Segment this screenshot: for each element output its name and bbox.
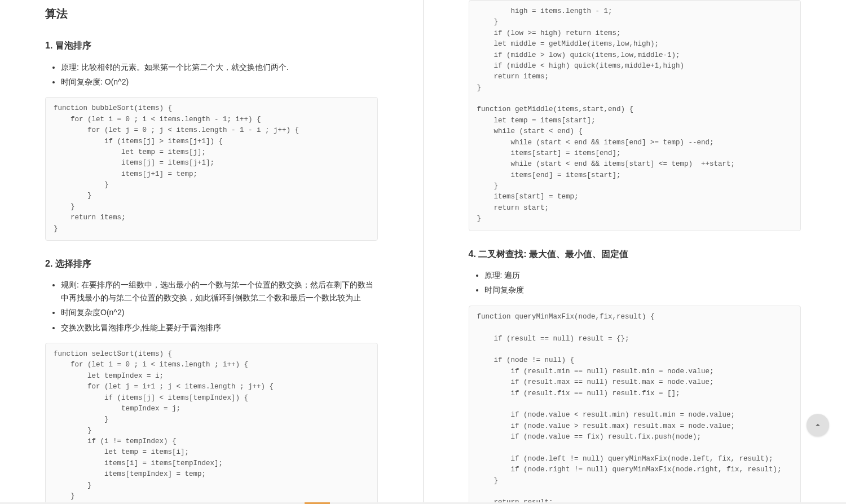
list-item: 交换次数比冒泡排序少,性能上要好于冒泡排序 — [61, 321, 378, 334]
list-item: 原理: 比较相邻的元素。如果第一个比第二个大，就交换他们两个. — [61, 61, 378, 73]
list-item: 原理: 遍历 — [484, 269, 801, 281]
section-2-bullets: 规则: 在要排序的一组数中，选出最小的一个数与第一个位置的数交换；然后在剩下的数… — [45, 278, 378, 334]
left-column: 算法 1. 冒泡排序 原理: 比较相邻的元素。如果第一个比第二个大，就交换他们两… — [0, 0, 424, 504]
section-2-code[interactable]: function selectSort(items) { for (let i … — [45, 343, 378, 504]
main-title: 算法 — [45, 5, 378, 23]
list-item: 时间复杂度O(n^2) — [61, 306, 378, 319]
list-item: 规则: 在要排序的一组数中，选出最小的一个数与第一个位置的数交换；然后在剩下的数… — [61, 278, 378, 304]
section-2-heading: 2. 选择排序 — [45, 257, 378, 271]
section-1-heading: 1. 冒泡排序 — [45, 38, 378, 53]
list-item: 时间复杂度 — [484, 284, 801, 296]
section-4-bullets: 原理: 遍历 时间复杂度 — [469, 269, 801, 297]
right-column: high = items.length - 1; } if (low >= hi… — [424, 0, 847, 504]
list-item: 时间复杂度: O(n^2) — [61, 76, 378, 88]
top-code-continuation[interactable]: high = items.length - 1; } if (low >= hi… — [469, 0, 801, 231]
section-4-heading: 4. 二叉树查找: 最大值、最小值、固定值 — [469, 247, 801, 262]
scroll-to-top-button[interactable] — [807, 414, 829, 436]
section-1-bullets: 原理: 比较相邻的元素。如果第一个比第二个大，就交换他们两个. 时间复杂度: O… — [45, 61, 378, 89]
section-4-code[interactable]: function queryMinMaxFix(node,fix,result)… — [469, 306, 801, 504]
page-container: 算法 1. 冒泡排序 原理: 比较相邻的元素。如果第一个比第二个大，就交换他们两… — [0, 0, 846, 504]
chevron-up-icon — [813, 420, 823, 430]
section-1-code[interactable]: function bubbleSort(items) { for (let i … — [45, 97, 378, 241]
